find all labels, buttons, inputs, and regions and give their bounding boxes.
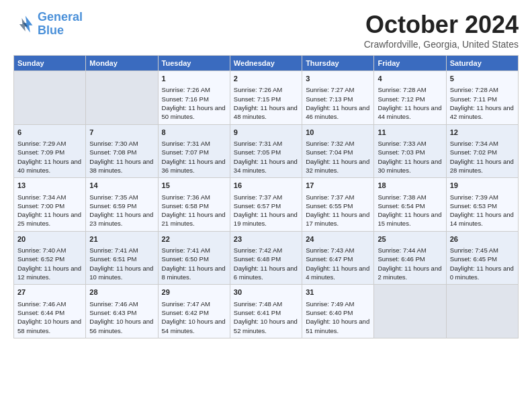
calendar-cell: 1Sunrise: 7:26 AMSunset: 7:16 PMDaylight… [158, 71, 230, 125]
calendar-cell: 15Sunrise: 7:36 AMSunset: 6:58 PMDayligh… [158, 178, 230, 232]
sunrise-text: Sunrise: 7:40 AM [17, 246, 82, 255]
sunrise-text: Sunrise: 7:41 AM [89, 246, 154, 255]
day-number: 22 [162, 234, 226, 244]
sunrise-text: Sunrise: 7:37 AM [306, 193, 370, 201]
month-title: October 2024 [364, 11, 519, 39]
daylight-text: Daylight: 10 hours and 58 minutes. [17, 317, 82, 335]
daylight-text: Daylight: 11 hours and 6 minutes. [234, 264, 298, 282]
calendar-cell: 17Sunrise: 7:37 AMSunset: 6:55 PMDayligh… [302, 178, 374, 232]
logo: General Blue [13, 11, 83, 38]
calendar-cell: 26Sunrise: 7:45 AMSunset: 6:45 PMDayligh… [446, 231, 518, 285]
sunset-text: Sunset: 6:41 PM [234, 308, 298, 317]
calendar-cell: 27Sunrise: 7:46 AMSunset: 6:44 PMDayligh… [14, 285, 86, 338]
calendar-cell: 8Sunrise: 7:31 AMSunset: 7:07 PMDaylight… [158, 124, 230, 178]
day-number: 14 [89, 181, 154, 191]
sunrise-text: Sunrise: 7:46 AM [89, 300, 154, 308]
sunrise-text: Sunrise: 7:33 AM [378, 139, 442, 148]
sunrise-text: Sunrise: 7:34 AM [450, 139, 515, 148]
day-number: 4 [378, 74, 442, 84]
col-header-thursday: Thursday [302, 56, 374, 71]
calendar-cell: 23Sunrise: 7:42 AMSunset: 6:48 PMDayligh… [230, 231, 302, 285]
page: General Blue October 2024 Crawfordville,… [0, 0, 532, 411]
calendar-cell: 2Sunrise: 7:26 AMSunset: 7:15 PMDaylight… [230, 71, 302, 125]
daylight-text: Daylight: 11 hours and 50 minutes. [162, 103, 226, 122]
sunrise-text: Sunrise: 7:32 AM [306, 139, 370, 148]
calendar-cell: 11Sunrise: 7:33 AMSunset: 7:03 PMDayligh… [374, 124, 446, 178]
sunrise-text: Sunrise: 7:42 AM [234, 246, 298, 255]
calendar-cell [446, 285, 518, 338]
sunrise-text: Sunrise: 7:37 AM [234, 193, 298, 201]
logo-text: General Blue [38, 11, 83, 38]
daylight-text: Daylight: 11 hours and 15 minutes. [378, 210, 442, 228]
sunset-text: Sunset: 6:48 PM [234, 255, 298, 263]
sunrise-text: Sunrise: 7:47 AM [162, 300, 226, 308]
day-number: 3 [306, 74, 370, 84]
day-number: 7 [89, 128, 154, 138]
location-subtitle: Crawfordville, Georgia, United States [364, 39, 519, 50]
sunset-text: Sunset: 6:45 PM [450, 255, 515, 263]
sunset-text: Sunset: 6:58 PM [162, 201, 226, 210]
sunset-text: Sunset: 6:53 PM [450, 201, 515, 210]
sunrise-text: Sunrise: 7:38 AM [378, 193, 442, 201]
calendar-cell: 7Sunrise: 7:30 AMSunset: 7:08 PMDaylight… [86, 124, 158, 178]
day-number: 21 [89, 234, 154, 244]
sunrise-text: Sunrise: 7:28 AM [378, 85, 442, 94]
daylight-text: Daylight: 11 hours and 36 minutes. [162, 157, 226, 175]
sunset-text: Sunset: 6:55 PM [306, 201, 370, 210]
calendar-cell: 24Sunrise: 7:43 AMSunset: 6:47 PMDayligh… [302, 231, 374, 285]
sunrise-text: Sunrise: 7:43 AM [306, 246, 370, 255]
daylight-text: Daylight: 11 hours and 12 minutes. [17, 264, 82, 282]
calendar-cell: 14Sunrise: 7:35 AMSunset: 6:59 PMDayligh… [86, 178, 158, 232]
sunrise-text: Sunrise: 7:36 AM [162, 193, 226, 201]
sunrise-text: Sunrise: 7:26 AM [162, 85, 226, 94]
calendar-table: SundayMondayTuesdayWednesdayThursdayFrid… [13, 55, 519, 338]
calendar-cell: 5Sunrise: 7:28 AMSunset: 7:11 PMDaylight… [446, 71, 518, 125]
sunset-text: Sunset: 7:16 PM [162, 95, 226, 103]
day-number: 26 [450, 234, 515, 244]
daylight-text: Daylight: 10 hours and 51 minutes. [306, 317, 370, 335]
daylight-text: Daylight: 11 hours and 10 minutes. [89, 264, 154, 282]
sunset-text: Sunset: 7:12 PM [378, 95, 442, 103]
sunrise-text: Sunrise: 7:31 AM [234, 139, 298, 148]
daylight-text: Daylight: 11 hours and 46 minutes. [306, 103, 370, 122]
sunrise-text: Sunrise: 7:30 AM [89, 139, 154, 148]
day-number: 6 [17, 128, 82, 138]
calendar-cell: 13Sunrise: 7:34 AMSunset: 7:00 PMDayligh… [14, 178, 86, 232]
day-number: 8 [162, 128, 226, 138]
calendar-cell: 10Sunrise: 7:32 AMSunset: 7:04 PMDayligh… [302, 124, 374, 178]
daylight-text: Daylight: 11 hours and 44 minutes. [378, 103, 442, 122]
day-number: 15 [162, 181, 226, 191]
day-number: 28 [89, 287, 154, 298]
day-number: 31 [306, 287, 370, 298]
daylight-text: Daylight: 11 hours and 23 minutes. [89, 210, 154, 228]
sunset-text: Sunset: 6:46 PM [378, 255, 442, 263]
day-number: 9 [234, 128, 298, 138]
calendar-cell [374, 285, 446, 338]
logo-blue: Blue [38, 24, 64, 37]
sunset-text: Sunset: 6:40 PM [306, 308, 370, 317]
week-row-5: 27Sunrise: 7:46 AMSunset: 6:44 PMDayligh… [14, 285, 519, 338]
daylight-text: Daylight: 11 hours and 28 minutes. [450, 157, 515, 175]
calendar-cell: 20Sunrise: 7:40 AMSunset: 6:52 PMDayligh… [14, 231, 86, 285]
sunset-text: Sunset: 6:54 PM [378, 201, 442, 210]
day-number: 11 [378, 128, 442, 138]
sunrise-text: Sunrise: 7:35 AM [89, 193, 154, 201]
calendar-cell: 21Sunrise: 7:41 AMSunset: 6:51 PMDayligh… [86, 231, 158, 285]
daylight-text: Daylight: 10 hours and 54 minutes. [162, 317, 226, 335]
sunset-text: Sunset: 6:42 PM [162, 308, 226, 317]
sunset-text: Sunset: 7:02 PM [450, 148, 515, 156]
day-number: 16 [234, 181, 298, 191]
sunset-text: Sunset: 7:13 PM [306, 95, 370, 103]
daylight-text: Daylight: 11 hours and 48 minutes. [234, 103, 298, 122]
sunrise-text: Sunrise: 7:31 AM [162, 139, 226, 148]
day-number: 20 [17, 234, 82, 244]
sunrise-text: Sunrise: 7:48 AM [234, 300, 298, 308]
sunset-text: Sunset: 6:59 PM [89, 201, 154, 210]
sunset-text: Sunset: 6:43 PM [89, 308, 154, 317]
col-header-wednesday: Wednesday [230, 56, 302, 71]
sunrise-text: Sunrise: 7:41 AM [162, 246, 226, 255]
sunset-text: Sunset: 6:52 PM [17, 255, 82, 263]
calendar-cell: 18Sunrise: 7:38 AMSunset: 6:54 PMDayligh… [374, 178, 446, 232]
sunset-text: Sunset: 7:07 PM [162, 148, 226, 156]
calendar-cell: 6Sunrise: 7:29 AMSunset: 7:09 PMDaylight… [14, 124, 86, 178]
